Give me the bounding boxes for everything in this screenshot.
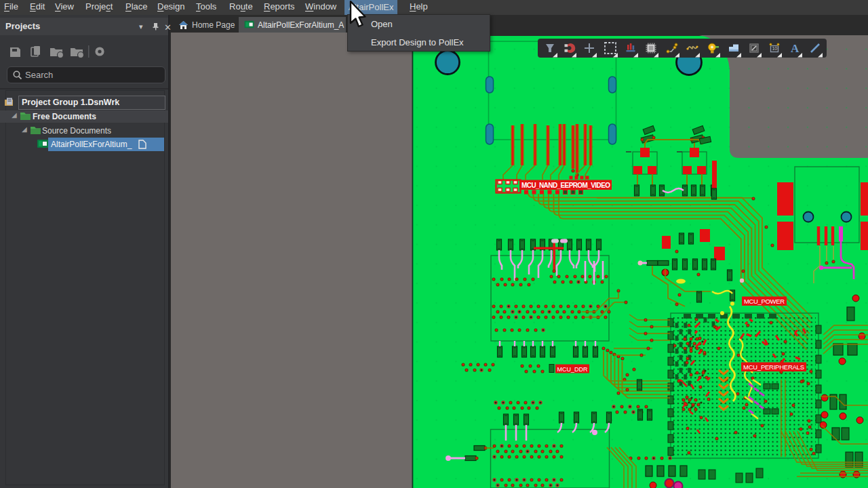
svg-text:MCU_POWER: MCU_POWER (744, 298, 785, 305)
svg-text:10: 10 (772, 46, 777, 51)
svg-text:MCU_DDR: MCU_DDR (557, 366, 589, 373)
svg-text:MCU_NAND_EEPROM_VIDEO: MCU_NAND_EEPROM_VIDEO (521, 182, 610, 189)
svg-text:MCU_PERIPHERALS: MCU_PERIPHERALS (743, 363, 804, 371)
svg-text:A: A (791, 42, 800, 55)
